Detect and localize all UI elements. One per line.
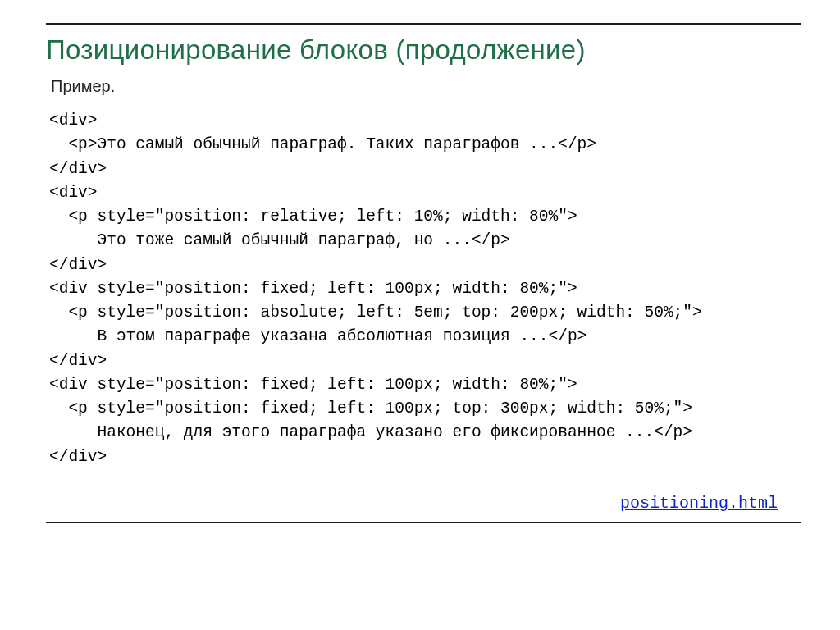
code-block: <div> <p>Это самый обычный параграф. Так…: [49, 109, 801, 469]
bottom-rule: [46, 522, 801, 523]
example-link[interactable]: positioning.html: [620, 494, 778, 513]
example-label: Пример.: [51, 77, 801, 96]
slide-title: Позиционирование блоков (продолжение): [46, 34, 801, 66]
top-rule: [46, 23, 801, 25]
link-row: positioning.html: [46, 494, 801, 513]
slide: Позиционирование блоков (продолжение) Пр…: [0, 0, 840, 630]
